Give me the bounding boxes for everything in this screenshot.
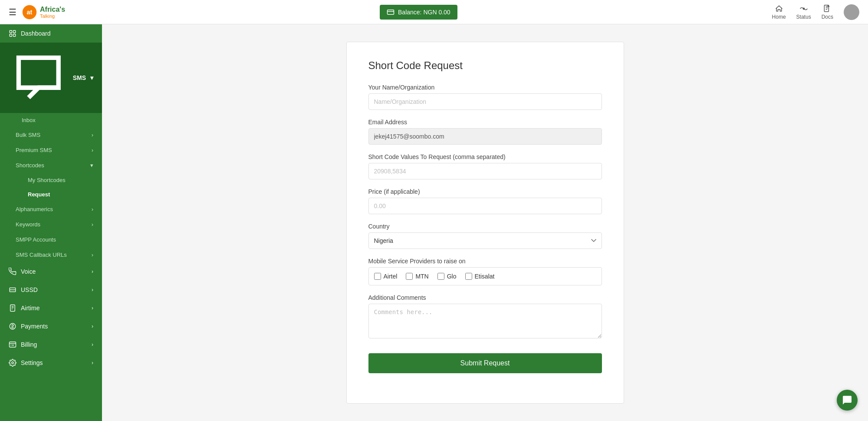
svg-rect-17 — [10, 305, 15, 311]
svg-rect-22 — [10, 342, 16, 347]
sidebar-item-sms-callback[interactable]: SMS Callback URLs › — [0, 247, 102, 262]
sidebar-item-airtime[interactable]: Airtime › — [0, 299, 102, 317]
chat-icon — [842, 395, 852, 405]
price-label: Price (if applicable) — [368, 188, 602, 195]
svg-rect-2 — [388, 10, 394, 14]
price-input[interactable] — [368, 198, 602, 214]
airtel-checkbox-item[interactable]: Airtel — [374, 273, 398, 280]
bulk-sms-label: Bulk SMS — [16, 132, 40, 138]
email-input[interactable] — [368, 128, 602, 145]
sidebar-item-shortcodes[interactable]: Shortcodes ▾ — [0, 158, 102, 173]
billing-icon — [9, 341, 16, 348]
name-group: Your Name/Organization — [368, 84, 602, 110]
shortcodes-arrow-icon: ▾ — [90, 162, 93, 169]
sms-icon — [9, 48, 69, 108]
svg-point-4 — [803, 8, 804, 9]
chat-bubble[interactable] — [837, 390, 858, 411]
my-shortcodes-label: My Shortcodes — [28, 177, 66, 183]
etisalat-checkbox-item[interactable]: Etisalat — [465, 273, 495, 280]
docs-icon — [823, 4, 832, 13]
settings-arrow-icon: › — [92, 360, 93, 366]
topbar: ☰ at Africa's Talking Balance: NGN 0.00 … — [0, 0, 868, 24]
glo-checkbox[interactable] — [437, 273, 444, 280]
sidebar-item-dashboard[interactable]: Dashboard — [0, 24, 102, 43]
sidebar-sms-header[interactable]: SMS ▾ — [0, 43, 102, 113]
main-layout: Dashboard SMS ▾ Inbox Bulk SMS › Premium… — [0, 24, 868, 421]
docs-nav[interactable]: Docs — [822, 4, 833, 20]
status-nav[interactable]: Status — [796, 4, 811, 20]
mtn-checkbox-item[interactable]: MTN — [406, 273, 428, 280]
logo[interactable]: at Africa's Talking — [22, 4, 65, 20]
home-nav[interactable]: Home — [772, 4, 786, 20]
sidebar-item-inbox[interactable]: Inbox — [0, 113, 102, 127]
sidebar-item-bulk-sms[interactable]: Bulk SMS › — [0, 127, 102, 143]
sidebar-item-ussd[interactable]: USSD › — [0, 281, 102, 299]
etisalat-checkbox[interactable] — [465, 273, 472, 280]
sidebar-item-settings[interactable]: Settings › — [0, 354, 102, 372]
shortcode-input[interactable] — [368, 163, 602, 179]
form-title: Short Code Request — [368, 60, 602, 72]
mtn-checkbox[interactable] — [406, 273, 413, 280]
dashboard-icon — [9, 30, 16, 37]
glo-checkbox-item[interactable]: Glo — [437, 273, 457, 280]
country-select[interactable]: Nigeria Kenya Uganda Tanzania Ghana Rwan… — [368, 232, 602, 249]
providers-group: Mobile Service Providers to raise on Air… — [368, 258, 602, 285]
payments-icon — [9, 322, 16, 330]
balance-icon — [387, 8, 395, 16]
ussd-arrow-icon: › — [92, 287, 93, 293]
comments-textarea[interactable] — [368, 304, 602, 338]
sms-callback-label: SMS Callback URLs — [16, 252, 67, 258]
sidebar-item-voice[interactable]: Voice › — [0, 262, 102, 281]
hamburger-icon[interactable]: ☰ — [9, 7, 16, 17]
logo-text: Africa's Talking — [40, 6, 65, 19]
email-group: Email Address — [368, 119, 602, 145]
sidebar-item-payments[interactable]: Payments › — [0, 317, 102, 335]
providers-checkbox-group: Airtel MTN Glo Etisalat — [368, 267, 602, 285]
billing-label: Billing — [21, 341, 37, 348]
airtel-checkbox[interactable] — [374, 273, 381, 280]
name-label: Your Name/Organization — [368, 84, 602, 91]
sidebar-item-billing[interactable]: Billing › — [0, 335, 102, 354]
alphanumerics-label: Alphanumerics — [16, 206, 53, 212]
svg-rect-9 — [13, 34, 16, 36]
settings-label: Settings — [21, 359, 43, 366]
comments-label: Additional Comments — [368, 294, 602, 301]
sidebar-item-request[interactable]: Request — [0, 187, 102, 202]
keywords-label: Keywords — [16, 221, 40, 228]
balance-button[interactable]: Balance: NGN 0.00 — [380, 5, 457, 20]
svg-rect-7 — [13, 30, 16, 33]
inbox-label: Inbox — [22, 117, 36, 123]
shortcode-label: Short Code Values To Request (comma sepa… — [368, 153, 602, 160]
topbar-right: Home Status Docs — [772, 4, 859, 20]
logo-icon: at — [22, 4, 37, 20]
providers-label: Mobile Service Providers to raise on — [368, 258, 602, 265]
ussd-label: USSD — [21, 286, 38, 293]
voice-label: Voice — [21, 268, 36, 275]
name-input[interactable] — [368, 93, 602, 110]
sidebar-item-keywords[interactable]: Keywords › — [0, 217, 102, 232]
payments-arrow-icon: › — [92, 323, 93, 329]
price-group: Price (if applicable) — [368, 188, 602, 214]
sms-arrow-icon: ▾ — [90, 74, 93, 81]
submit-button[interactable]: Submit Request — [368, 353, 602, 373]
sidebar-item-alphanumerics[interactable]: Alphanumerics › — [0, 202, 102, 217]
ussd-icon — [9, 286, 16, 294]
settings-icon — [9, 359, 16, 367]
airtime-arrow-icon: › — [92, 305, 93, 311]
status-icon — [799, 4, 808, 13]
topbar-left: ☰ at Africa's Talking — [9, 4, 65, 20]
sidebar: Dashboard SMS ▾ Inbox Bulk SMS › Premium… — [0, 24, 102, 421]
sidebar-item-smpp[interactable]: SMPP Accounts — [0, 232, 102, 247]
airtel-label: Airtel — [384, 273, 398, 280]
avatar[interactable] — [844, 4, 859, 20]
shortcodes-label: Shortcodes — [16, 162, 44, 169]
sms-callback-arrow-icon: › — [92, 252, 93, 258]
home-icon — [775, 4, 783, 13]
bulk-sms-arrow-icon: › — [92, 132, 93, 138]
sidebar-item-premium-sms[interactable]: Premium SMS › — [0, 143, 102, 158]
voice-icon — [9, 268, 16, 275]
sidebar-item-my-shortcodes[interactable]: My Shortcodes — [0, 173, 102, 187]
sidebar-item-label: Dashboard — [21, 30, 51, 37]
etisalat-label: Etisalat — [475, 273, 495, 280]
premium-sms-arrow-icon: › — [92, 147, 93, 153]
